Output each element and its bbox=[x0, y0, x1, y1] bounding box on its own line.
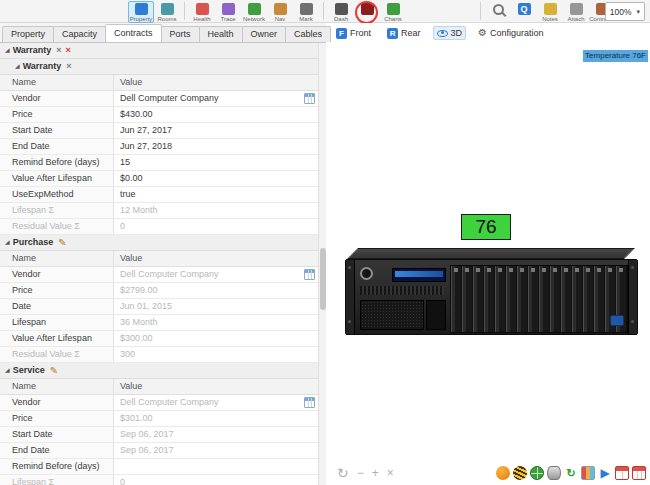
property-name: Vendor bbox=[0, 267, 114, 282]
health-button[interactable]: Health bbox=[189, 1, 215, 23]
trace-button[interactable]: Trace bbox=[215, 1, 241, 23]
section-header-purchase[interactable]: ◢Purchase✎ bbox=[0, 235, 318, 251]
property-value[interactable]: $300.00 bbox=[114, 331, 318, 346]
section-header-service[interactable]: ◢Service✎ bbox=[0, 363, 318, 379]
expander-icon[interactable]: ◢ bbox=[15, 59, 20, 74]
tab-owner[interactable]: Owner bbox=[242, 26, 287, 42]
temperature-label[interactable]: Temperature 76F bbox=[583, 50, 648, 62]
tab-configuration[interactable]: ⚙Configuration bbox=[474, 26, 548, 40]
property-value[interactable]: Dell Computer Company bbox=[114, 267, 318, 282]
property-value[interactable]: 15 bbox=[114, 155, 318, 170]
chart-icon[interactable] bbox=[581, 466, 595, 480]
property-value[interactable]: 12 Month bbox=[114, 203, 318, 218]
psu-module bbox=[360, 300, 424, 330]
table-icon[interactable] bbox=[615, 466, 629, 480]
property-value[interactable]: 0 bbox=[114, 475, 318, 485]
lookup-grid-icon[interactable] bbox=[304, 93, 315, 104]
tab-rear[interactable]: RRear bbox=[383, 26, 425, 41]
property-value[interactable]: Jun 27, 2018 bbox=[114, 139, 318, 154]
property-value[interactable]: Sep 06, 2017 bbox=[114, 427, 318, 442]
clear-icon[interactable]: × bbox=[56, 43, 61, 58]
refresh-icon[interactable]: ↻ bbox=[564, 466, 578, 480]
section-header-warranty[interactable]: ◢Warranty× bbox=[0, 59, 318, 75]
property-row: Residual Value Σ300 bbox=[0, 347, 318, 363]
property-row: DateJun 01, 2015 bbox=[0, 299, 318, 315]
tab-ports[interactable]: Ports bbox=[161, 26, 200, 42]
tab-front[interactable]: FFront bbox=[332, 26, 375, 41]
property-value[interactable]: $0.00 bbox=[114, 171, 318, 186]
bee-icon[interactable] bbox=[513, 466, 527, 480]
property-value[interactable] bbox=[114, 459, 318, 474]
psu-module-2 bbox=[426, 300, 446, 330]
dash-button[interactable]: Dash bbox=[328, 1, 354, 23]
notes-button[interactable]: Notes bbox=[537, 1, 563, 23]
tab-bar: PropertyCapacityContractsPortsHealthOwne… bbox=[0, 23, 650, 43]
tab-property[interactable]: Property bbox=[2, 26, 54, 42]
property-value[interactable]: Jun 01, 2015 bbox=[114, 299, 318, 314]
orange-ball-icon[interactable] bbox=[496, 466, 510, 480]
table-export-icon[interactable] bbox=[632, 466, 646, 480]
play-icon[interactable]: ▶ bbox=[598, 466, 612, 480]
intel-badge-icon bbox=[610, 315, 624, 326]
column-header-value[interactable]: Value bbox=[114, 379, 318, 394]
tab-3d[interactable]: 3D bbox=[433, 26, 467, 40]
chevron-down-icon[interactable]: ▾ bbox=[636, 8, 640, 16]
property-button[interactable]: Property bbox=[128, 1, 154, 23]
query-button[interactable]: Q bbox=[511, 1, 537, 23]
property-value[interactable]: $2799.00 bbox=[114, 283, 318, 298]
expander-icon[interactable]: ◢ bbox=[5, 363, 10, 378]
lookup-grid-icon[interactable] bbox=[304, 397, 315, 408]
search-icon bbox=[493, 4, 504, 15]
property-value[interactable]: $301.00 bbox=[114, 411, 318, 426]
property-value[interactable]: true bbox=[114, 187, 318, 202]
property-row: Residual Value Σ0 bbox=[0, 219, 318, 235]
property-value[interactable]: 0 bbox=[114, 219, 318, 234]
viewport-3d[interactable]: Temperature 76F 76 ↻−+× ↻▶ bbox=[326, 43, 650, 485]
property-value[interactable]: 36 Month bbox=[114, 315, 318, 330]
search-button[interactable] bbox=[485, 1, 511, 23]
property-value[interactable]: Dell Computer Company bbox=[114, 395, 318, 410]
tab-cables[interactable]: Cables bbox=[285, 26, 331, 42]
tab-health[interactable]: Health bbox=[199, 26, 243, 42]
expander-icon[interactable]: ◢ bbox=[5, 235, 10, 250]
stack-icon[interactable] bbox=[547, 466, 561, 480]
tab-capacity[interactable]: Capacity bbox=[53, 26, 106, 42]
column-header-name[interactable]: Name bbox=[0, 251, 114, 266]
column-header-name[interactable]: Name bbox=[0, 379, 114, 394]
column-header-value[interactable]: Value bbox=[114, 251, 318, 266]
attach-button[interactable]: Attach bbox=[563, 1, 589, 23]
clear-icon[interactable]: × bbox=[66, 59, 71, 74]
delete-icon[interactable]: × bbox=[66, 43, 71, 58]
property-value[interactable]: Dell Computer Company bbox=[114, 91, 318, 106]
lookup-grid-icon[interactable] bbox=[304, 269, 315, 280]
mark-button[interactable]: Mark bbox=[293, 1, 319, 23]
property-row: Value After Lifespan$300.00 bbox=[0, 331, 318, 347]
zoom-out-control[interactable]: − bbox=[357, 466, 364, 480]
property-value[interactable]: $430.00 bbox=[114, 107, 318, 122]
zoom-control[interactable]: 100% ▾ bbox=[605, 2, 645, 21]
network-button[interactable]: Network bbox=[241, 1, 267, 23]
server-3d-model[interactable] bbox=[345, 248, 638, 335]
rooms-button[interactable]: Rooms bbox=[154, 1, 180, 23]
property-row: VendorDell Computer Company bbox=[0, 91, 318, 107]
rack-unit-label[interactable]: 76 bbox=[461, 214, 511, 240]
property-row: End DateSep 06, 2017 bbox=[0, 443, 318, 459]
globe-icon[interactable] bbox=[530, 466, 544, 480]
column-header-value[interactable]: Value bbox=[114, 75, 318, 90]
section-header-warranty[interactable]: ◢Warranty×× bbox=[0, 43, 318, 59]
circled-tool-button[interactable] bbox=[354, 1, 380, 23]
zoom-in-control[interactable]: + bbox=[372, 466, 379, 480]
property-value[interactable]: Sep 06, 2017 bbox=[114, 443, 318, 458]
nav-button[interactable]: Nav bbox=[267, 1, 293, 23]
edit-icon[interactable]: ✎ bbox=[50, 363, 58, 378]
vertical-scrollbar[interactable] bbox=[318, 43, 326, 485]
charts-button[interactable]: Charts bbox=[380, 1, 406, 23]
edit-icon[interactable]: ✎ bbox=[58, 235, 66, 250]
orbit-control[interactable]: ↻ bbox=[337, 466, 349, 480]
property-value[interactable]: Jun 27, 2017 bbox=[114, 123, 318, 138]
column-header-name[interactable]: Name bbox=[0, 75, 114, 90]
property-value[interactable]: 300 bbox=[114, 347, 318, 362]
close-control[interactable]: × bbox=[387, 466, 394, 480]
expander-icon[interactable]: ◢ bbox=[5, 43, 10, 58]
tab-contracts[interactable]: Contracts bbox=[105, 24, 162, 42]
